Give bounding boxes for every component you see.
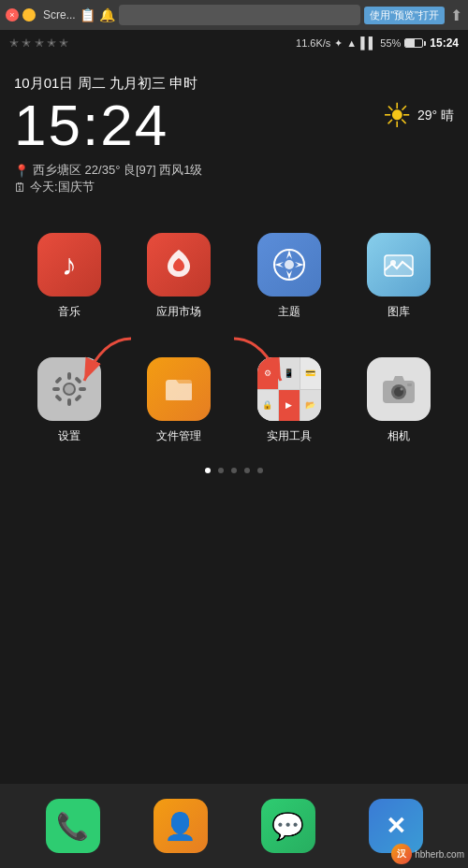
location-icon: 📍 — [14, 164, 29, 178]
app-tools[interactable]: ⚙ 📱 💳 🔒 ▶ 📂 实用工具 — [234, 348, 344, 454]
svg-rect-10 — [54, 376, 62, 383]
sun-icon: ☀ — [382, 96, 412, 136]
svg-rect-7 — [67, 398, 71, 406]
dot-2 — [218, 468, 224, 473]
svg-rect-8 — [52, 387, 60, 391]
camera-label: 相机 — [388, 428, 410, 444]
files-icon — [147, 357, 211, 421]
files-label: 文件管理 — [156, 428, 201, 444]
svg-point-1 — [285, 260, 294, 269]
dot-5 — [257, 468, 263, 473]
appmarket-label: 应用市场 — [156, 304, 201, 320]
svg-rect-9 — [79, 387, 86, 391]
close-button[interactable]: × — [6, 8, 19, 22]
messages-icon: 💬 — [261, 799, 315, 853]
svg-point-19 — [401, 388, 403, 391]
theme-label: 主题 — [278, 304, 300, 320]
app-settings[interactable]: 设置 — [14, 348, 124, 454]
watermark-logo: 汉 — [391, 844, 412, 864]
gallery-icon — [367, 233, 431, 297]
url-bar[interactable] — [119, 5, 361, 25]
app-music[interactable]: ♪ 音乐 — [14, 224, 124, 329]
share-button[interactable]: ⬆ — [450, 7, 462, 24]
dot-3 — [231, 468, 237, 473]
battery-icon — [404, 38, 426, 48]
network-speed: 11.6K/s — [296, 37, 330, 49]
open-preview-button[interactable]: 使用"预览"打开 — [364, 7, 445, 24]
camera-icon — [367, 357, 431, 421]
date-display: 10月01日 周二 九月初三 申时 — [14, 75, 454, 93]
status-right: 11.6K/s ✦ ▲ ▌▌ 55% 15:24 — [296, 36, 459, 50]
battery-percent: 55% — [380, 37, 401, 49]
tools-icon: ⚙ 📱 💳 🔒 ▶ 📂 — [257, 357, 321, 421]
calendar-icon: 🗓 — [14, 181, 26, 195]
dock-phone[interactable]: 📞 — [46, 799, 100, 853]
svg-rect-13 — [74, 376, 81, 383]
app-grid-row2-container: 设置 文件管理 ⚙ — [14, 329, 454, 454]
time-display: 15:24 — [14, 96, 202, 154]
app-theme[interactable]: 主题 — [234, 224, 344, 329]
page-dots — [14, 468, 454, 473]
watermark-text: hbherb.com — [415, 849, 464, 860]
svg-rect-6 — [67, 372, 71, 380]
tools-label: 实用工具 — [267, 428, 312, 444]
phone-screen: ✭ ✭ ✭ ✭ ✭ 11.6K/s ✦ ▲ ▌▌ 55% 15:24 10月01… — [0, 30, 468, 868]
status-time: 15:24 — [430, 36, 459, 50]
svg-point-14 — [65, 384, 74, 394]
theme-icon — [257, 233, 321, 297]
tab-icon: 📋 — [80, 7, 95, 22]
svg-rect-11 — [74, 394, 81, 401]
datetime-block: 10月01日 周二 九月初三 申时 15:24 📍 西乡塘区 22/35° 良[… — [14, 75, 454, 195]
svg-rect-12 — [54, 394, 62, 401]
temperature-display: 29° 晴 — [417, 108, 454, 124]
gallery-label: 图库 — [388, 304, 410, 320]
tab-label: Scre... — [43, 8, 76, 22]
wifi-icon: ▲ — [346, 37, 357, 49]
weather-festival: 🗓 今天:国庆节 — [14, 179, 202, 195]
watermark: 汉 hbherb.com — [391, 844, 464, 864]
appmarket-icon — [147, 233, 211, 297]
weather-location: 📍 西乡塘区 22/35° 良[97] 西风1级 — [14, 162, 202, 179]
home-screen: 10月01日 周二 九月初三 申时 15:24 📍 西乡塘区 22/35° 良[… — [0, 56, 468, 868]
music-label: 音乐 — [58, 304, 80, 320]
app-files[interactable]: 文件管理 — [124, 348, 235, 454]
status-bar: ✭ ✭ ✭ ✭ ✭ 11.6K/s ✦ ▲ ▌▌ 55% 15:24 — [0, 30, 468, 56]
nav-icon: 🔔 — [99, 7, 115, 22]
music-icon: ♪ — [37, 233, 101, 297]
settings-label: 设置 — [58, 428, 80, 444]
app-grid-row2: 设置 文件管理 ⚙ — [14, 348, 454, 454]
app-appmarket[interactable]: 应用市场 — [124, 224, 235, 329]
phone-icon: 📞 — [46, 799, 100, 853]
app-camera[interactable]: 相机 — [344, 348, 455, 454]
star-icons: ✭ ✭ ✭ ✭ ✭ — [9, 36, 68, 50]
status-icons-left: ✭ ✭ ✭ ✭ ✭ — [9, 36, 68, 50]
app-grid-row1: ♪ 音乐 应用市场 — [14, 224, 454, 329]
signal-icon: ▌▌ — [360, 36, 376, 50]
bluetooth-icon: ✦ — [334, 37, 343, 50]
browser-bar: × Scre... 📋 🔔 使用"预览"打开 ⬆ — [0, 0, 468, 30]
dot-4 — [244, 468, 250, 473]
weather-right: ☀ 29° 晴 — [382, 96, 454, 136]
dock-contacts[interactable]: 👤 — [154, 799, 208, 853]
dot-1 — [205, 468, 211, 473]
dock-messages[interactable]: 💬 — [261, 799, 315, 853]
app-gallery[interactable]: 图库 — [344, 224, 455, 329]
svg-rect-20 — [407, 383, 412, 386]
contacts-icon: 👤 — [154, 799, 208, 853]
settings-icon — [37, 357, 101, 421]
minimize-button[interactable] — [22, 8, 36, 22]
